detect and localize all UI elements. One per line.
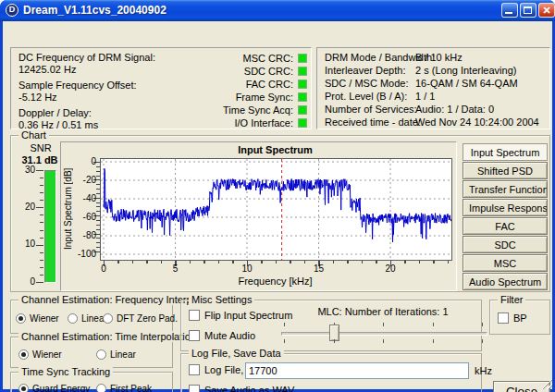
view-button-audio-spectrum[interactable]: Audio Spectrum bbox=[462, 273, 548, 290]
meter-tick-20: 20 bbox=[15, 202, 35, 212]
slider-ticks-top bbox=[284, 323, 484, 326]
checkbox-bp-filter[interactable]: BP bbox=[498, 312, 527, 324]
checkbox-icon bbox=[189, 310, 200, 321]
x-tick-label: 10 bbox=[241, 263, 252, 274]
checkbox-icon bbox=[189, 364, 200, 375]
checkbox-icon bbox=[189, 385, 200, 392]
radio-icon bbox=[96, 384, 106, 392]
y-tick-label: -40 bbox=[70, 193, 96, 203]
y-tick-label: -80 bbox=[70, 230, 96, 240]
log-frequency-input[interactable] bbox=[245, 362, 469, 379]
slider-ticks-bottom bbox=[284, 339, 484, 343]
y-tick-label: 0 bbox=[70, 156, 96, 166]
sdc-crc-led bbox=[298, 67, 307, 76]
time-interp-group: Channel Estimation: Time Interpolation W… bbox=[10, 337, 173, 368]
meter-tick-30: 30 bbox=[15, 165, 35, 175]
io-interface-label: I/O Interface: bbox=[234, 117, 293, 129]
frame-sync-label: Frame Sync: bbox=[236, 92, 293, 103]
sdc-crc-label: SDC CRC: bbox=[244, 66, 293, 77]
x-tick-label: 15 bbox=[314, 263, 324, 274]
sdc-msc-mode-row: SDC / MSC Mode:16-QAM / SM 64-QAM bbox=[325, 78, 408, 90]
close-icon: ✕ bbox=[542, 5, 550, 16]
view-button-shifted-psd[interactable]: Shifted PSD bbox=[462, 162, 548, 179]
freq-interp-group: Channel Estimation: Frequency Interpolat… bbox=[10, 300, 173, 334]
radio-freq-dft-zero-pad[interactable]: DFT Zero Pad. bbox=[103, 313, 178, 324]
title-bar[interactable]: D Dream_V1.11cvs_20040902 ✕ bbox=[0, 0, 555, 21]
drm-mode-row: DRM Mode / Bandwidth:B / 10 kHz bbox=[325, 52, 435, 64]
radio-icon bbox=[18, 384, 29, 392]
snr-meter-ruler-minor bbox=[40, 170, 43, 283]
status-row-time-sync: Time Sync Acq: bbox=[223, 104, 307, 116]
radio-time-linear[interactable]: Linear bbox=[96, 349, 136, 360]
misc-settings-title: Misc Settings bbox=[189, 294, 254, 305]
khz-unit-label: kHz bbox=[475, 365, 492, 376]
sample-freq-offset-label: Sample Frequency Offset: bbox=[18, 80, 155, 92]
mlc-iterations-label: MLC: Number of Iterations: 1 bbox=[281, 306, 485, 317]
x-axis-label: Frequency [kHz] bbox=[100, 276, 450, 287]
snr-meter-bar bbox=[44, 170, 56, 283]
y-axis-label: Input Spectrum [dB] bbox=[62, 158, 74, 259]
x-tick-label: 0 bbox=[101, 263, 106, 274]
view-button-fac[interactable]: FAC bbox=[462, 217, 548, 235]
dc-frequency-value: 12425.02 Hz bbox=[18, 64, 155, 76]
msc-crc-label: MSC CRC: bbox=[243, 53, 293, 64]
view-button-impulse-response[interactable]: Impulse Response bbox=[462, 199, 548, 216]
chart-group-label: Chart bbox=[18, 129, 49, 141]
meter-tick-10: 10 bbox=[15, 239, 35, 249]
x-tick-label: 5 bbox=[173, 263, 179, 274]
time-sync-led bbox=[298, 105, 307, 115]
mlc-iterations-slider[interactable] bbox=[284, 323, 484, 345]
radio-guard-energy[interactable]: Guard Energy bbox=[18, 384, 90, 392]
radio-icon bbox=[16, 313, 26, 324]
app-icon: D bbox=[6, 4, 18, 17]
time-sync-label: Time Sync Acq: bbox=[223, 104, 293, 116]
status-row-io-interface: I/O Interface: bbox=[223, 116, 307, 129]
radio-first-peak[interactable]: First Peak bbox=[96, 384, 152, 392]
prot-level-row: Prot. Level (B / A):1 / 1 bbox=[325, 91, 407, 103]
status-row-sdc-crc: SDC CRC: bbox=[223, 65, 307, 78]
checkbox-icon bbox=[498, 312, 509, 324]
time-interp-title: Channel Estimation: Time Interpolation bbox=[18, 331, 199, 342]
view-button-input-spectrum[interactable]: Input Spectrum bbox=[462, 143, 548, 161]
close-button[interactable]: Close bbox=[493, 381, 550, 392]
doppler-delay-label: Doppler / Delay: bbox=[18, 107, 155, 119]
view-button-column: Input Spectrum Shifted PSD Transfer Func… bbox=[462, 143, 548, 290]
client-area: DC Frequency of DRM Signal:12425.02 Hz S… bbox=[3, 21, 552, 389]
view-button-transfer-function[interactable]: Transfer Function bbox=[462, 180, 548, 198]
log-file-group: Log File, Save Data Log File, Freq: kHz … bbox=[180, 353, 482, 392]
maximize-button[interactable] bbox=[520, 3, 536, 18]
signal-info-panel: DC Frequency of DRM Signal:12425.02 Hz S… bbox=[10, 47, 312, 129]
spectrum-plot: Input Spectrum Input Spectrum [dB] Frequ… bbox=[60, 141, 457, 291]
status-row-fac-crc: FAC CRC: bbox=[223, 78, 307, 91]
interleaver-row: Interleaver Depth:2 s (Long Interleaving… bbox=[325, 65, 405, 77]
window-title: Dream_V1.11cvs_20040902 bbox=[23, 4, 166, 17]
status-led-list: MSC CRC: SDC CRC: FAC CRC: Frame Sync: T… bbox=[223, 52, 307, 129]
plot-title: Input Spectrum bbox=[100, 144, 450, 155]
checkbox-save-audio-wav[interactable]: Save Audio as WAV bbox=[189, 385, 294, 392]
radio-freq-wiener[interactable]: Wiener bbox=[16, 313, 59, 324]
sample-freq-offset-value: -5.12 Hz bbox=[18, 92, 155, 104]
radio-icon bbox=[18, 349, 29, 360]
radio-freq-linear[interactable]: Linear bbox=[68, 313, 107, 324]
y-tick-label: -100 bbox=[70, 249, 96, 259]
minimize-button[interactable] bbox=[501, 3, 518, 18]
checkbox-flip-input-spectrum[interactable]: Flip Input Spectrum bbox=[189, 310, 292, 321]
radio-time-wiener[interactable]: Wiener bbox=[18, 349, 62, 360]
meter-tick-0: 0 bbox=[15, 276, 35, 287]
maximize-icon bbox=[524, 6, 532, 14]
mode-info-panel: DRM Mode / Bandwidth:B / 10 kHz Interlea… bbox=[316, 47, 550, 129]
view-button-msc[interactable]: MSC bbox=[462, 254, 548, 272]
y-tick-label: -20 bbox=[70, 175, 96, 185]
slider-track[interactable] bbox=[281, 332, 487, 336]
received-time-row: Received time - date:Wed Nov 24 10:24:00… bbox=[325, 116, 421, 129]
io-interface-led bbox=[298, 118, 307, 128]
close-window-button[interactable]: ✕ bbox=[538, 3, 555, 18]
misc-settings-group: Misc Settings Flip Input Spectrum Mute A… bbox=[180, 300, 482, 351]
view-button-sdc[interactable]: SDC bbox=[462, 236, 548, 253]
num-services-row: Number of Services:Audio: 1 / Data: 0 bbox=[325, 104, 417, 116]
frame-sync-led bbox=[298, 92, 307, 102]
radio-icon bbox=[96, 349, 106, 360]
radio-icon bbox=[103, 313, 113, 324]
checkbox-mute-audio[interactable]: Mute Audio bbox=[189, 330, 255, 341]
fac-crc-led bbox=[298, 80, 307, 89]
